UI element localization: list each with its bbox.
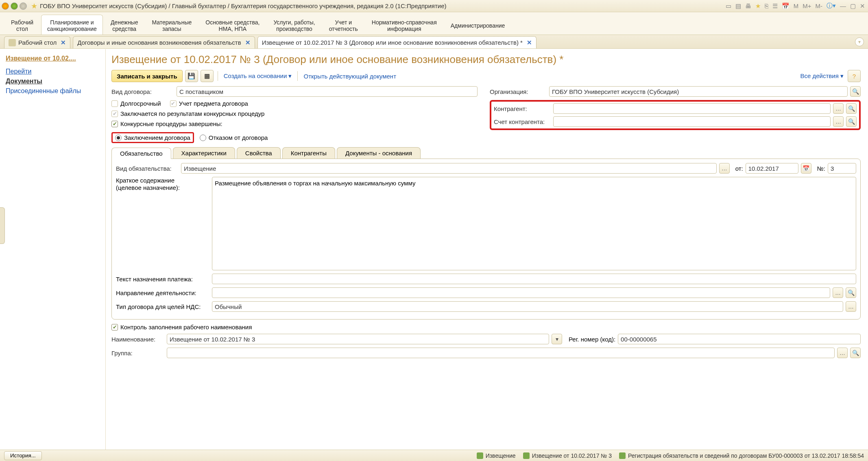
itab-characteristics[interactable]: Характеристики: [173, 147, 235, 159]
window-button-nav2-icon[interactable]: [20, 2, 27, 10]
help-icon[interactable]: ⓘ▾: [825, 2, 837, 10]
window-titlebar: ★ ГОБУ ВПО Университет искусств (Субсиди…: [0, 0, 868, 12]
help-icon: ?: [853, 73, 856, 80]
radio-contract-refused[interactable]: [200, 135, 206, 141]
tender-finished-checkbox[interactable]: [111, 121, 118, 127]
radio-contract-concluded[interactable]: [115, 135, 122, 141]
name-dropdown-icon[interactable]: ▾: [552, 334, 562, 344]
payment-text-input[interactable]: [212, 274, 856, 284]
date-input[interactable]: 10.02.2017: [746, 163, 798, 174]
section-materials[interactable]: Материальныезапасы: [146, 15, 198, 35]
itab-properties[interactable]: Свойства: [237, 147, 281, 159]
counterparty-account-lookup-icon[interactable]: 🔍: [846, 116, 857, 127]
counterparty-account-label: Счет контрагента:: [494, 118, 551, 125]
collapse-handle[interactable]: [0, 207, 5, 244]
subject-accounting-checkbox[interactable]: [170, 100, 177, 107]
open-actual-doc-button[interactable]: Открыть действующий документ: [302, 73, 398, 80]
counterparty-input[interactable]: [553, 103, 831, 114]
group-lookup-icon[interactable]: 🔍: [850, 348, 861, 358]
group-label: Группа:: [111, 350, 164, 357]
number-input[interactable]: 3: [828, 163, 856, 174]
section-fixed-assets[interactable]: Основные средства,НМА, НПА: [199, 15, 266, 35]
tb-calendar-icon[interactable]: 📅: [781, 2, 791, 10]
post-button[interactable]: ▦: [201, 70, 214, 82]
window-minimize-icon[interactable]: —: [839, 2, 847, 9]
favorites-star-icon[interactable]: ★: [31, 2, 37, 11]
section-reference[interactable]: Нормативно-справочнаяинформация: [366, 15, 443, 35]
tabs-dropdown-icon[interactable]: ▾: [855, 37, 864, 46]
memory-m[interactable]: M: [792, 2, 800, 9]
itab-obligation[interactable]: Обязательство: [111, 148, 171, 159]
activity-direction-label: Направление деятельности:: [116, 289, 209, 296]
close-tab-icon[interactable]: ✕: [61, 39, 66, 46]
section-bar: Рабочийстол Планирование исанкционирован…: [0, 12, 868, 35]
close-tab-icon[interactable]: ✕: [527, 39, 532, 46]
group-select-button[interactable]: …: [837, 348, 848, 358]
name-control-checkbox[interactable]: [111, 324, 118, 331]
name-control-label: Контроль заполнения рабочего наименовани…: [120, 324, 252, 331]
tab-notification[interactable]: Извещение от 10.02.2017 № 3 (Договор или…: [257, 36, 537, 48]
reg-number-input[interactable]: 00-00000065: [618, 334, 861, 344]
close-tab-icon[interactable]: ✕: [245, 39, 251, 46]
counterparty-account-input[interactable]: [553, 116, 831, 127]
activity-direction-select-button[interactable]: …: [833, 287, 843, 298]
section-services[interactable]: Услуги, работы,производство: [267, 15, 321, 35]
activity-direction-lookup-icon[interactable]: 🔍: [846, 287, 856, 298]
tb-icon[interactable]: ▤: [734, 2, 742, 10]
status-item[interactable]: Регистрация обязательств и сведений по д…: [619, 452, 864, 459]
tender-finished-label: Конкурсные процедуры завершены:: [120, 120, 222, 127]
tb-icon[interactable]: 🖶: [744, 2, 752, 9]
nav-goto[interactable]: Перейти: [6, 68, 100, 75]
status-item[interactable]: Извещение: [477, 452, 516, 459]
save-and-close-button[interactable]: Записать и закрыть: [111, 70, 183, 82]
section-accounting[interactable]: Учет иотчетность: [323, 15, 364, 35]
all-actions-button[interactable]: Все действия ▾: [798, 72, 845, 80]
section-cash[interactable]: Денежныесредства: [105, 15, 144, 35]
organization-lookup-icon[interactable]: 🔍: [850, 86, 861, 97]
section-desktop[interactable]: Рабочийстол: [5, 15, 39, 35]
activity-direction-input[interactable]: [212, 287, 830, 298]
tb-icon[interactable]: ▭: [724, 2, 733, 10]
tender-based-checkbox[interactable]: [111, 111, 118, 117]
history-button[interactable]: История...: [4, 451, 42, 460]
counterparty-select-button[interactable]: …: [833, 103, 844, 114]
tab-desktop[interactable]: Рабочий стол✕: [4, 36, 70, 48]
group-input[interactable]: [167, 348, 835, 358]
status-item[interactable]: Извещение от 10.02.2017 № 3: [523, 452, 612, 459]
tab-contracts-list[interactable]: Договоры и иные основания возникновения …: [73, 36, 255, 48]
vat-contract-type-input[interactable]: Обычный: [212, 301, 843, 312]
itab-counterparties[interactable]: Контрагенты: [282, 147, 335, 159]
memory-mplus[interactable]: M+: [801, 2, 812, 9]
brief-content-textarea[interactable]: [212, 177, 856, 270]
save-button[interactable]: 💾: [185, 70, 198, 82]
window-button-1c-icon[interactable]: [2, 2, 9, 10]
vat-contract-type-select-button[interactable]: …: [846, 301, 856, 312]
tb-icon[interactable]: ⎘: [763, 2, 770, 9]
long-term-label: Долгосрочный: [120, 100, 161, 107]
memory-mminus[interactable]: M-: [814, 2, 824, 9]
create-based-on-button[interactable]: Создать на основании ▾: [222, 72, 294, 80]
section-planning[interactable]: Планирование исанкционирование: [41, 15, 103, 35]
counterparty-lookup-icon[interactable]: 🔍: [846, 103, 857, 114]
name-input[interactable]: Извещение от 10.02.2017 № 3: [167, 334, 549, 344]
calendar-icon[interactable]: 📅: [801, 163, 811, 174]
section-admin[interactable]: Администрирование: [445, 15, 511, 35]
help-button[interactable]: ?: [848, 70, 861, 82]
separator: [297, 71, 298, 81]
tb-star-icon[interactable]: ★: [754, 2, 762, 10]
window-close-icon[interactable]: ✕: [859, 2, 866, 10]
organization-input[interactable]: ГОБУ ВПО Университет искусств (Субсидия): [549, 86, 848, 97]
tb-icon[interactable]: ☰: [771, 2, 779, 10]
itab-basis-documents[interactable]: Документы - основания: [337, 147, 421, 159]
nav-attached-files[interactable]: Присоединенные файлы: [6, 87, 100, 95]
payment-text-label: Текст назначения платежа:: [116, 276, 209, 283]
nav-documents[interactable]: Документы: [6, 78, 100, 85]
counterparty-account-select-button[interactable]: …: [833, 116, 844, 127]
obligation-type-select-button[interactable]: …: [719, 163, 730, 174]
long-term-checkbox[interactable]: [111, 100, 118, 107]
contract-type-input[interactable]: С поставщиком: [177, 86, 478, 97]
window-maximize-icon[interactable]: ▢: [849, 2, 857, 10]
window-button-nav-icon[interactable]: [11, 2, 18, 10]
obligation-type-input[interactable]: Извещение: [181, 163, 717, 174]
window-title: ГОБУ ВПО Университет искусств (Субсидия)…: [40, 2, 724, 9]
